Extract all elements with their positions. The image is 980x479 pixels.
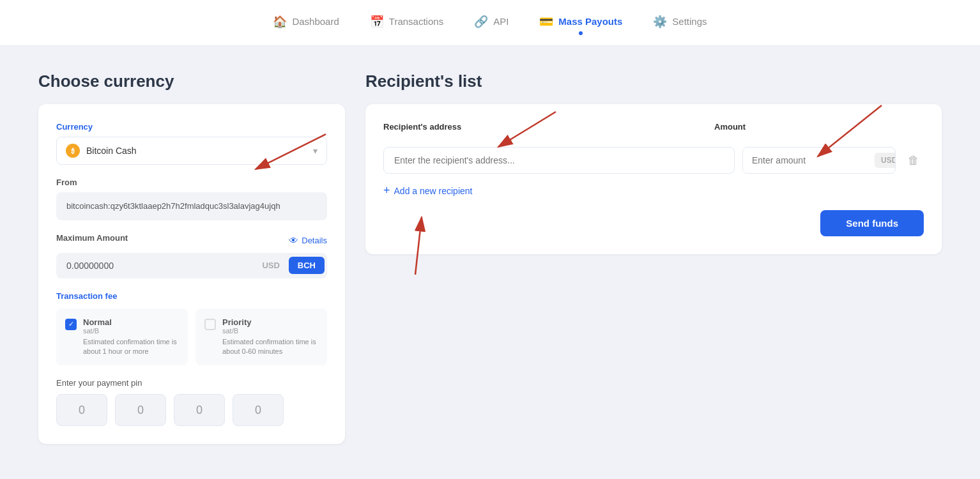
details-link[interactable]: 👁 Details [289,235,327,246]
priority-fee-info: Priority sat/B Estimated confirmation ti… [222,317,318,357]
amount-input[interactable] [743,148,873,173]
pin-inputs [56,394,327,426]
currency-value: Bitcoin Cash [86,146,137,156]
priority-fee-option[interactable]: Priority sat/B Estimated confirmation ti… [195,308,327,366]
recipient-row: USD BCH 🗑 [383,147,924,174]
address-col-label: Recipient's address [383,122,704,132]
nav-settings-label: Settings [672,16,707,27]
plus-icon: + [383,184,390,197]
main-nav: 🏠 Dashboard 📅 Transactions 🔗 API 💳 Mass … [0,0,980,46]
send-funds-button[interactable]: Send funds [820,210,924,236]
chevron-down-icon: ▾ [313,146,318,156]
fee-label: Transaction fee [56,291,327,301]
transactions-icon: 📅 [370,15,384,29]
currency-card: Currency ₿ Bitcoin Cash ▾ From bitcoinca… [38,104,345,444]
priority-fee-desc: Estimated confirmation time is about 0-6… [222,337,318,357]
normal-fee-name: Normal [83,317,179,327]
normal-fee-desc: Estimated confirmation time is about 1 h… [83,337,179,357]
max-amount-field: 0.00000000 USD BCH [56,253,327,278]
main-content: Choose currency Currency ₿ Bitcoin Cash … [0,46,980,469]
details-label: Details [302,236,327,245]
api-icon: 🔗 [474,15,488,29]
recipients-list-title: Recipient's list [365,72,942,91]
normal-fee-info: Normal sat/B Estimated confirmation time… [83,317,179,357]
nav-settings[interactable]: ⚙️ Settings [653,15,707,31]
dashboard-icon: 🏠 [273,15,287,29]
trash-icon: 🗑 [908,154,919,167]
pin-input-4[interactable] [233,394,284,426]
currency-dropdown[interactable]: ₿ Bitcoin Cash ▾ [56,137,327,165]
max-amount-label: Maximum Amount [56,233,128,243]
normal-fee-option[interactable]: Normal sat/B Estimated confirmation time… [56,308,188,366]
recipients-header: Recipient's address Amount [383,122,924,137]
priority-fee-unit: sat/B [222,327,318,335]
nav-mass-payouts[interactable]: 💳 Mass Payouts [539,15,622,31]
pin-label: Enter your payment pin [56,378,327,388]
nav-transactions[interactable]: 📅 Transactions [370,15,443,31]
nav-transactions-label: Transactions [389,16,443,27]
settings-icon: ⚙️ [653,15,667,29]
nav-dashboard[interactable]: 🏠 Dashboard [273,15,339,31]
nav-mass-payouts-label: Mass Payouts [558,16,622,27]
currency-select-left: ₿ Bitcoin Cash [66,144,137,158]
amount-col-header: Amount [714,122,893,137]
pin-input-2[interactable] [115,394,166,426]
amount-usd-btn[interactable]: USD [875,153,896,168]
add-recipient-button[interactable]: + Add a new recipient [383,184,472,197]
pin-input-1[interactable] [56,394,107,426]
bch-toggle-btn[interactable]: BCH [289,257,325,274]
normal-fee-unit: sat/B [83,327,179,335]
from-label: From [56,178,327,187]
mass-payouts-icon: 💳 [539,15,553,29]
max-amount-header: Maximum Amount 👁 Details [56,233,327,248]
send-funds-container: Send funds [383,210,924,236]
amount-col-label: Amount [714,122,893,132]
priority-fee-name: Priority [222,317,318,327]
fee-options: Normal sat/B Estimated confirmation time… [56,308,327,366]
amount-toggle-group: USD BCH [875,153,896,168]
from-address: bitcoincash:qzy6t3ktlaaep2h7h2fmladquc3s… [56,192,327,220]
add-recipient-label: Add a new recipient [394,186,473,196]
nav-api[interactable]: 🔗 API [474,15,509,31]
nav-api-label: API [493,16,509,27]
bch-icon: ₿ [66,144,80,158]
amount-input-group: USD BCH [742,147,896,174]
choose-currency-title: Choose currency [38,72,345,91]
nav-dashboard-label: Dashboard [292,16,339,27]
priority-fee-checkbox[interactable] [204,319,216,330]
pin-input-3[interactable] [174,394,225,426]
max-amount-value: 0.00000000 [56,253,250,278]
left-panel: Choose currency Currency ₿ Bitcoin Cash … [38,72,345,444]
eye-icon: 👁 [289,235,298,246]
recipients-card: Recipient's address Amount USD BCH [365,104,942,254]
right-panel: Recipient's list Recipient's address Amo… [365,72,942,444]
addr-col-header: Recipient's address [383,122,704,137]
currency-toggle-group: USD BCH [253,257,325,274]
delete-recipient-btn[interactable]: 🗑 [903,150,924,171]
currency-label: Currency [56,122,327,132]
usd-toggle-btn[interactable]: USD [253,257,288,274]
recipient-address-input[interactable] [383,147,735,174]
normal-fee-checkbox[interactable] [65,319,77,330]
